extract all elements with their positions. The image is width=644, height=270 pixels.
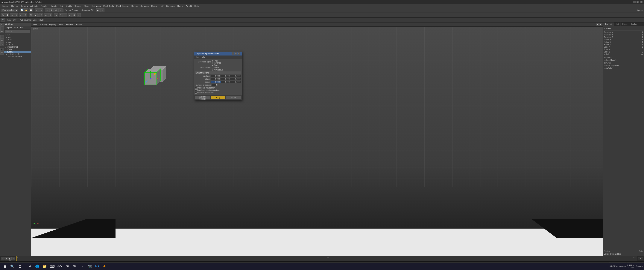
tool3[interactable]: ◎: [10, 13, 14, 17]
taskbar-ai-icon2[interactable]: Ai: [101, 263, 108, 270]
menu-generate[interactable]: Generate: [165, 5, 176, 8]
vp-menu-view[interactable]: View: [32, 23, 38, 26]
input-deletecomponent[interactable]: deleteComponent1: [604, 65, 643, 67]
cb-input-connections[interactable]: Duplicate input connections: [195, 89, 241, 91]
translate-tool-btn[interactable]: ✛: [50, 9, 54, 12]
tool6[interactable]: ⊞: [23, 13, 27, 17]
tree-item-defaultlightset[interactable]: ▶defaultLightSet: [4, 53, 31, 56]
maximize-button[interactable]: □: [636, 1, 639, 3]
deform5[interactable]: ⊠: [72, 13, 76, 17]
apply-btn[interactable]: Apply: [210, 96, 226, 99]
radio-instance[interactable]: Instance: [212, 62, 221, 64]
menu-mesh-tools[interactable]: Mesh Tools: [102, 5, 115, 8]
menu-cache[interactable]: Cache: [176, 5, 184, 8]
lasso-tool[interactable]: ⌖: [0, 27, 4, 30]
close-btn[interactable]: Close: [226, 96, 241, 99]
save-file-btn[interactable]: 💾: [29, 9, 33, 12]
copies-input[interactable]: [212, 84, 218, 86]
tree-item-pcube2[interactable]: □pCube2: [4, 51, 31, 53]
outliner-menu-help[interactable]: Help: [20, 27, 25, 29]
tree-item-pcube1[interactable]: □pCube1: [4, 48, 31, 51]
paint-tool[interactable]: ✏: [0, 30, 4, 33]
rotate-z[interactable]: [231, 78, 241, 80]
desktop-button[interactable]: Desktop: [636, 265, 642, 267]
current-frame-input[interactable]: [638, 257, 643, 260]
tree-item-top[interactable]: ▶top: [4, 36, 31, 38]
open-file-btn[interactable]: 📂: [24, 9, 28, 12]
tab-edit[interactable]: Edit: [614, 23, 620, 26]
tool1[interactable]: ⬡: [1, 13, 5, 17]
redo-btn[interactable]: ↪: [39, 9, 43, 12]
dup-menu-edit[interactable]: Edit: [195, 56, 200, 58]
display-tab-help[interactable]: Help: [617, 253, 621, 255]
menu-display[interactable]: Display: [1, 5, 10, 8]
menu-display2[interactable]: Display: [74, 5, 82, 8]
tree-item-persp[interactable]: ▶persp: [4, 43, 31, 46]
menu-create[interactable]: Create: [50, 5, 58, 8]
dup-menu-help[interactable]: Help: [200, 56, 206, 58]
tree-item-imageplane[interactable]: ▶imagePlane1: [4, 46, 31, 48]
snap2[interactable]: ⊚: [44, 13, 48, 17]
menu-deform[interactable]: Deform: [150, 5, 159, 8]
menu-surfaces[interactable]: Surfaces: [139, 5, 150, 8]
outliner-menu-display[interactable]: Display: [5, 27, 12, 29]
display-tab-layers[interactable]: Layers: [604, 253, 609, 255]
translate-y[interactable]: [221, 75, 231, 77]
tool5[interactable]: ◈: [19, 13, 23, 17]
dialog-maximize[interactable]: □: [234, 52, 237, 55]
vp-menu-panels[interactable]: Panels: [75, 23, 83, 26]
select-tool[interactable]: ↖: [0, 23, 4, 26]
menu-uv[interactable]: UV: [160, 5, 164, 8]
move-tool[interactable]: ✛: [0, 35, 4, 39]
cb-leaf-nodes[interactable]: Instance leaf nodes: [195, 91, 241, 94]
deform3[interactable]: ⋯: [63, 13, 67, 17]
vp-menu-show[interactable]: Show: [57, 23, 64, 26]
rotate-y[interactable]: [221, 78, 231, 80]
undo-btn[interactable]: ↩: [35, 9, 39, 12]
deform2[interactable]: ⋮: [58, 13, 63, 17]
menu-edit[interactable]: Edit: [58, 5, 64, 8]
input-polycube[interactable]: polyCube1: [604, 67, 643, 69]
radio-world[interactable]: World: [212, 67, 223, 69]
render-btn[interactable]: 🎬: [29, 13, 33, 17]
tree-item-side[interactable]: ▶side: [4, 41, 31, 43]
menu-camera[interactable]: Camera: [19, 5, 29, 8]
tool2[interactable]: ⬢: [5, 13, 9, 17]
dialog-close-x[interactable]: ✕: [238, 52, 240, 55]
tree-item-front[interactable]: ▶front: [4, 38, 31, 41]
taskbar-browser-icon[interactable]: 🌐: [34, 263, 40, 270]
vp-btn1[interactable]: ◀: [596, 23, 599, 26]
snap3[interactable]: ⊛: [48, 13, 52, 17]
pause-btn[interactable]: ⏸: [100, 9, 104, 12]
deform1[interactable]: ≋: [54, 13, 58, 17]
search-button[interactable]: 🔍: [9, 263, 16, 270]
dup-special-btn[interactable]: Duplicate Special: [195, 96, 210, 99]
taskview-button[interactable]: ⊡: [16, 263, 23, 270]
tab-object[interactable]: Object: [620, 23, 629, 26]
radio-parent[interactable]: Parent: [212, 64, 223, 66]
scale-tool[interactable]: ⤡: [0, 42, 4, 46]
tab-display[interactable]: Display: [629, 23, 638, 26]
render2-btn[interactable]: ▶: [34, 13, 38, 17]
scale-y[interactable]: [221, 81, 231, 83]
dialog-minimize[interactable]: ─: [232, 52, 234, 55]
menu-curves[interactable]: Curves: [10, 5, 19, 8]
radio-newgroup[interactable]: New group: [212, 69, 223, 71]
taskbar-folder-icon[interactable]: 📁: [41, 263, 48, 270]
menu-arnold[interactable]: Arnold: [185, 5, 193, 8]
close-button[interactable]: ✕: [640, 1, 642, 3]
taskbar-ps-icon[interactable]: Ps: [94, 263, 100, 270]
menu-modify[interactable]: Modify: [65, 5, 73, 8]
taskbar-store-icon[interactable]: 🛍: [71, 263, 78, 270]
radio-copy[interactable]: Copy: [212, 60, 221, 62]
rot-tool[interactable]: ↺: [0, 39, 4, 42]
play-back-btn[interactable]: ◀: [4, 257, 8, 260]
menu-curves2[interactable]: Curves: [130, 5, 139, 8]
rotate-x[interactable]: [211, 78, 221, 80]
menu-edit-mesh[interactable]: Edit Mesh: [90, 5, 102, 8]
translate-x[interactable]: [211, 75, 221, 77]
tool4[interactable]: ⊕: [14, 13, 18, 17]
menu-help[interactable]: Help: [194, 5, 200, 8]
search-input[interactable]: [5, 30, 30, 33]
minimize-button[interactable]: ─: [633, 1, 636, 3]
